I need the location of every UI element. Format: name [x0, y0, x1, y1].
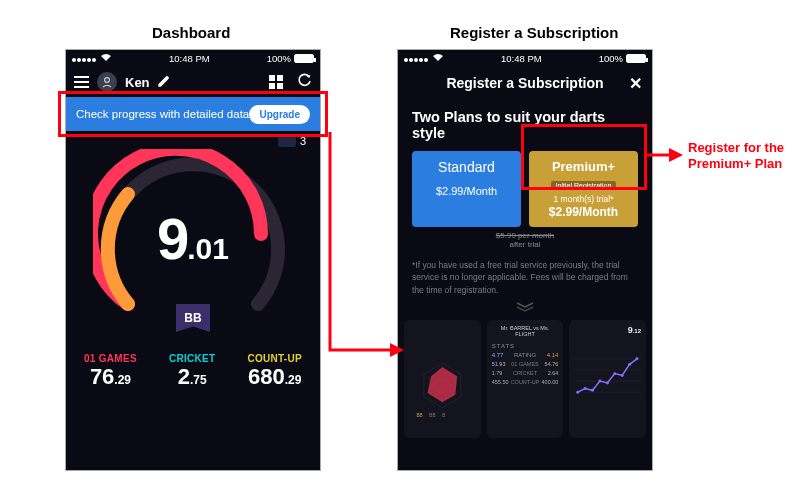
svg-point-13 — [584, 387, 587, 390]
svg-point-17 — [614, 372, 617, 375]
svg-marker-4 — [428, 367, 458, 402]
preview-card-3: 9.12 — [569, 320, 646, 438]
svg-point-19 — [628, 363, 631, 366]
preview-row: BB BB B Mr. BARREL vs Ms. FLIGHT STATS 4… — [398, 320, 652, 438]
disclaimer: *If you have used a free trial service p… — [412, 259, 638, 296]
status-bar: 10:48 PM 100% — [398, 50, 652, 67]
user-name: Ken — [125, 75, 150, 90]
wifi-icon — [432, 53, 444, 64]
svg-point-18 — [621, 374, 624, 377]
annotation-arrow-2 — [645, 142, 685, 168]
status-time: 10:48 PM — [501, 53, 542, 64]
stats-row: 01 GAMES 76.29 CRICKET 2.75 COUNT-UP 680… — [66, 349, 320, 390]
wifi-icon — [100, 53, 112, 64]
svg-point-14 — [591, 389, 594, 392]
phone-subscription: 10:48 PM 100% Register a Subscription ✕ … — [397, 49, 653, 471]
annotation-callout: Register for the Premium+ Plan — [688, 140, 784, 173]
battery-icon — [626, 54, 646, 63]
svg-point-16 — [606, 381, 609, 384]
edit-icon[interactable] — [158, 75, 170, 89]
signal-dots-icon — [404, 53, 429, 64]
refresh-icon[interactable] — [297, 73, 312, 91]
close-icon[interactable]: ✕ — [629, 74, 642, 93]
svg-point-12 — [577, 391, 580, 394]
annotation-arrow-1 — [322, 130, 406, 360]
svg-point-20 — [636, 357, 639, 360]
annotation-box-premium — [521, 124, 647, 190]
svg-text:B: B — [442, 413, 445, 418]
heading-dashboard: Dashboard — [152, 24, 230, 41]
battery-icon — [294, 54, 314, 63]
plan-standard[interactable]: Standard $2.99/Month — [412, 151, 521, 227]
heading-subscription: Register a Subscription — [450, 24, 618, 41]
signal-dots-icon — [72, 53, 97, 64]
rating-gauge: 9.01 BB — [93, 149, 293, 349]
after-trial-strike: $5.99 per month — [412, 231, 638, 240]
preview-card-1: BB BB B — [404, 320, 481, 438]
stat-01games[interactable]: 01 GAMES 76.29 — [84, 353, 137, 390]
qr-icon[interactable] — [269, 75, 283, 89]
stat-cricket[interactable]: CRICKET 2.75 — [169, 353, 216, 390]
svg-text:BB: BB — [416, 413, 422, 418]
after-trial-text: after trial — [412, 240, 638, 249]
avatar[interactable] — [97, 72, 117, 92]
stat-countup[interactable]: COUNT-UP 680.29 — [247, 353, 302, 390]
svg-text:BB: BB — [429, 413, 435, 418]
menu-icon[interactable] — [74, 76, 89, 88]
subscription-header: Register a Subscription ✕ — [398, 67, 652, 99]
battery-pct: 100% — [267, 53, 291, 64]
svg-point-15 — [599, 380, 602, 383]
rating-ribbon: BB — [176, 304, 210, 332]
annotation-box-banner — [58, 91, 328, 137]
preview-card-2: Mr. BARREL vs Ms. FLIGHT STATS 4.77RATIN… — [487, 320, 564, 438]
battery-pct: 100% — [599, 53, 623, 64]
status-bar: 10:48 PM 100% — [66, 50, 320, 67]
rating-score: 9.01 — [93, 205, 293, 272]
page-title: Register a Subscription — [446, 75, 603, 91]
status-time: 10:48 PM — [169, 53, 210, 64]
svg-point-0 — [105, 78, 110, 83]
chevron-down-icon[interactable] — [412, 302, 638, 314]
